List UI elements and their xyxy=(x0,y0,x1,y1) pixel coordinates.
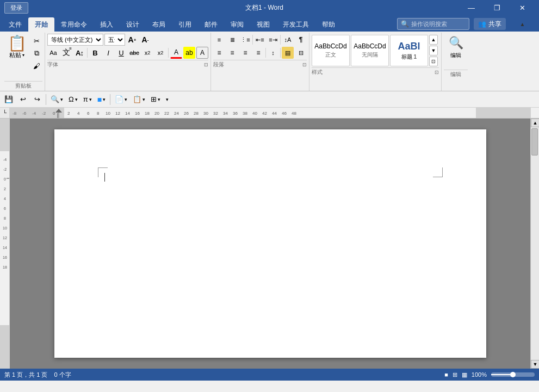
ribbon-collapse-button[interactable]: ▲ xyxy=(510,16,535,32)
styles-scroll-down[interactable]: ▼ xyxy=(429,46,438,55)
styles-scroll-up[interactable]: ▲ xyxy=(429,35,438,45)
style-normal[interactable]: AaBbCcDd 正文 xyxy=(312,35,350,66)
more-button[interactable]: ▾ xyxy=(164,93,171,106)
search-quick-button[interactable]: 🔍 ▾ xyxy=(48,93,65,106)
tab-layout[interactable]: 布局 xyxy=(146,17,172,32)
para-dialog-launcher[interactable]: ⊡ xyxy=(302,62,307,67)
style-no-spacing[interactable]: AaBbCcDd 无间隔 xyxy=(351,35,389,66)
tab-developer[interactable]: 开发工具 xyxy=(276,17,315,32)
highlight-button[interactable]: ab xyxy=(183,47,195,59)
font-color-button[interactable]: A xyxy=(170,47,182,59)
shading-button[interactable]: ▤ xyxy=(282,47,294,59)
tab-stop-button[interactable]: └ xyxy=(0,108,9,118)
svg-text:14: 14 xyxy=(125,111,130,116)
tab-common[interactable]: 常用命令 xyxy=(54,17,94,32)
bold-button[interactable]: B xyxy=(89,47,101,59)
styles-dialog-launcher[interactable]: ⊡ xyxy=(435,70,439,75)
scrollbar-track[interactable] xyxy=(531,127,539,360)
show-marks-button[interactable]: ¶ xyxy=(295,34,307,46)
find-replace-button[interactable]: 🔍 编辑 xyxy=(444,34,468,70)
svg-marker-30 xyxy=(55,109,62,113)
color-button[interactable]: ■ ▾ xyxy=(95,93,108,106)
tab-design[interactable]: 设计 xyxy=(120,17,146,32)
zoom-slider[interactable] xyxy=(491,372,535,377)
font-dialog-launcher[interactable]: ⊡ xyxy=(204,62,208,67)
copy-button[interactable]: ⧉ xyxy=(30,47,42,59)
svg-text:18: 18 xyxy=(3,265,7,269)
paste-button[interactable]: 📋 粘贴 ▾ xyxy=(4,35,29,60)
svg-text:32: 32 xyxy=(213,111,218,116)
view-mode-web[interactable]: ⊞ xyxy=(453,371,457,378)
svg-text:28: 28 xyxy=(194,111,199,116)
font-name-row: 等线 (中文正文) 五号 10 12 14 A+ A- xyxy=(47,34,208,46)
view-mode-print[interactable]: ■ xyxy=(444,371,448,378)
tab-view[interactable]: 视图 xyxy=(250,17,276,32)
justify-button[interactable]: ≡ xyxy=(252,47,264,59)
font-divider2 xyxy=(168,48,169,58)
search-box[interactable]: 🔍 xyxy=(397,18,469,30)
tab-insert[interactable]: 插入 xyxy=(94,17,120,32)
undo-button[interactable]: ↩ xyxy=(16,93,29,106)
decrease-indent-button[interactable]: ⇤≡ xyxy=(254,34,266,46)
scrollbar-down-button[interactable]: ▼ xyxy=(531,360,539,369)
restore-button[interactable]: ❐ xyxy=(485,0,509,15)
svg-text:38: 38 xyxy=(243,111,247,116)
omega-button[interactable]: Ω ▾ xyxy=(66,93,80,106)
aa-button[interactable]: Aa xyxy=(47,47,59,59)
margin-marker-tl xyxy=(98,167,108,177)
italic-button[interactable]: I xyxy=(102,47,114,59)
tab-review[interactable]: 审阅 xyxy=(224,17,250,32)
share-button[interactable]: 👥 共享 xyxy=(474,18,506,30)
view-mode-read[interactable]: ▦ xyxy=(462,371,467,378)
subscript-button[interactable]: x2 xyxy=(141,47,153,59)
table-button[interactable]: ⊞ ▾ xyxy=(148,93,163,106)
window-controls: — ❐ ✕ xyxy=(459,0,535,15)
tab-references[interactable]: 引用 xyxy=(172,17,198,32)
align-left-button[interactable]: ≡ xyxy=(213,47,225,59)
sort-button[interactable]: ↕A xyxy=(282,34,294,46)
increase-indent-button[interactable]: ≡⇥ xyxy=(267,34,279,46)
save-button-quick[interactable]: 💾 xyxy=(2,93,15,106)
char-spacing-button[interactable]: A↕ xyxy=(73,47,85,59)
styles-expand[interactable]: ⊡ xyxy=(429,57,438,66)
underline-button[interactable]: U xyxy=(115,47,127,59)
scrollbar-thumb[interactable] xyxy=(531,128,538,155)
styles-gallery: AaBbCcDd 正文 AaBbCcDd 无间隔 AaBl 标题 1 xyxy=(312,34,428,67)
doc-button[interactable]: 📄 ▾ xyxy=(113,93,129,106)
font-shrink-button[interactable]: A- xyxy=(139,34,151,46)
document-page[interactable] xyxy=(54,129,486,358)
line-spacing-button[interactable]: ↕ xyxy=(267,47,279,59)
font-grow-button[interactable]: A+ xyxy=(126,34,138,46)
close-button[interactable]: ✕ xyxy=(510,0,535,15)
borders-button[interactable]: ⊟ xyxy=(295,47,307,59)
scrollbar-up-button[interactable]: ▲ xyxy=(531,119,539,127)
strikethrough-button[interactable]: abc xyxy=(128,47,140,59)
multilevel-button[interactable]: ⋮≡ xyxy=(239,34,251,46)
bullets-button[interactable]: ≡ xyxy=(213,34,225,46)
minimize-button[interactable]: — xyxy=(459,0,484,15)
pi-button[interactable]: π ▾ xyxy=(81,93,94,106)
login-button[interactable]: 登录 xyxy=(4,2,28,14)
style-heading1[interactable]: AaBl 标题 1 xyxy=(390,35,428,66)
align-center-button[interactable]: ≡ xyxy=(226,47,238,59)
border-char-button[interactable]: A xyxy=(196,47,208,59)
document-content-area xyxy=(10,119,530,369)
cut-button[interactable]: ✂ xyxy=(30,35,42,47)
svg-text:36: 36 xyxy=(233,111,238,116)
margin-marker-tr xyxy=(433,167,443,177)
pinyin-button[interactable]: 文≡ xyxy=(60,47,72,59)
font-size-select[interactable]: 五号 10 12 14 xyxy=(104,34,125,46)
tab-mailings[interactable]: 邮件 xyxy=(198,17,224,32)
format-painter-button[interactable]: 🖌 xyxy=(30,60,42,72)
superscript-button[interactable]: x2 xyxy=(154,47,166,59)
svg-text:40: 40 xyxy=(252,111,257,116)
tab-file[interactable]: 文件 xyxy=(2,17,28,32)
font-name-select[interactable]: 等线 (中文正文) xyxy=(47,34,103,46)
search-input[interactable] xyxy=(411,21,466,27)
page-button[interactable]: 📋 ▾ xyxy=(131,93,147,106)
tab-home[interactable]: 开始 xyxy=(28,17,54,32)
align-right-button[interactable]: ≡ xyxy=(239,47,251,59)
tab-help[interactable]: 帮助 xyxy=(315,17,342,32)
redo-button[interactable]: ↪ xyxy=(30,93,44,106)
numbering-button[interactable]: ≣ xyxy=(226,34,238,46)
